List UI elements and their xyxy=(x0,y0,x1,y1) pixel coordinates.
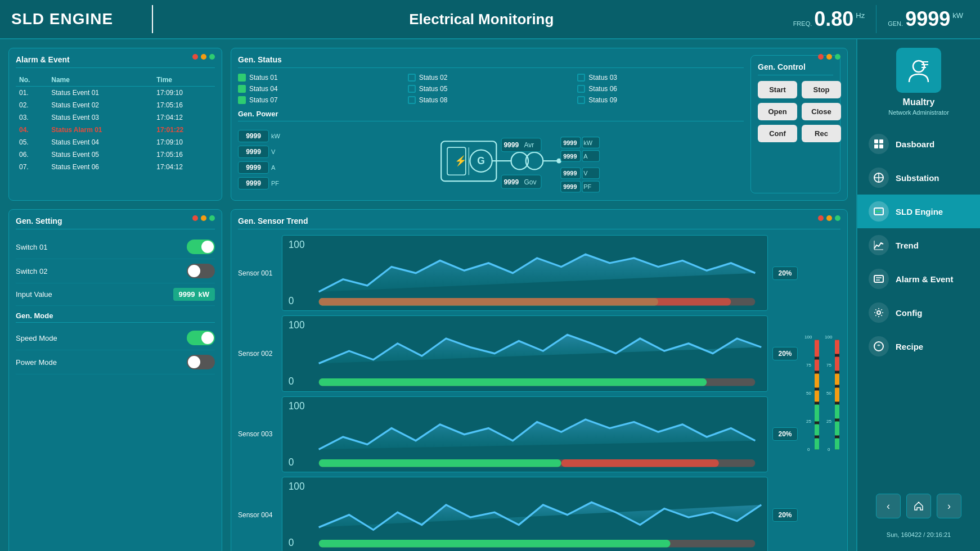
close-button[interactable]: Close xyxy=(802,103,841,120)
vertical-bars: 100 75 50 25 0 xyxy=(803,235,840,551)
svg-text:Avr: Avr xyxy=(524,141,534,149)
status-item: Status 01 xyxy=(238,74,404,82)
power-a: 9999 A xyxy=(238,161,280,174)
switch01-label: Switch 01 xyxy=(16,243,47,251)
power-mode-toggle[interactable] xyxy=(187,355,215,369)
input-value-unit: kW xyxy=(199,290,210,299)
status-item: Status 06 xyxy=(577,85,744,93)
bar-indicator-right-svg: 100 75 50 25 0 xyxy=(824,235,840,551)
gen-status-title: Gen. Status xyxy=(238,55,744,68)
status-led xyxy=(238,96,246,104)
datetime: Sun, 160422 / 20:16:21 xyxy=(882,527,955,543)
sensor-002-row: Sensor 002 100 0 xyxy=(238,315,798,391)
sensor-003-row: Sensor 003 100 0 xyxy=(238,396,798,472)
conf-button[interactable]: Conf xyxy=(758,125,797,142)
col-no: No. xyxy=(16,74,48,87)
svg-rect-72 xyxy=(835,374,839,385)
switch01-toggle[interactable] xyxy=(187,240,215,254)
svg-rect-76 xyxy=(835,439,839,450)
svg-rect-75 xyxy=(835,422,839,436)
gen-value: 9999 xyxy=(905,9,950,29)
svg-text:100: 100 xyxy=(289,481,305,492)
sidebar-item-trend[interactable]: Trend xyxy=(857,228,980,262)
sidebar-item-sld[interactable]: SLD Engine xyxy=(857,195,980,228)
sidebar-label-sld: SLD Engine xyxy=(896,207,943,216)
speed-mode-row: Speed Mode xyxy=(16,326,215,350)
alarm-no: 07. xyxy=(16,161,48,173)
svg-rect-62 xyxy=(815,424,819,436)
user-role: Network Administrator xyxy=(888,109,949,116)
table-row: 02. Status Event 02 17:05:16 xyxy=(16,99,215,111)
gen-label: GEN. xyxy=(888,20,903,27)
gen-diagram: G ⚡ xyxy=(286,126,744,193)
alarm-name: Status Event 04 xyxy=(48,136,153,148)
speed-mode-toggle[interactable] xyxy=(187,331,215,345)
svg-point-90 xyxy=(875,210,878,213)
panel-dots xyxy=(192,54,215,60)
input-value-label: Input Value xyxy=(16,290,52,299)
rec-button[interactable]: Rec xyxy=(802,125,841,142)
stop-button[interactable]: Stop xyxy=(802,81,841,98)
sidebar-item-substation[interactable]: Substation xyxy=(857,161,980,195)
trend-icon xyxy=(869,235,889,255)
sensor-001-percent: 20% xyxy=(772,267,798,280)
sidebar: Mualtry Network Administrator Dasboard xyxy=(856,39,980,551)
start-button[interactable]: Start xyxy=(758,81,797,98)
status-label: Status 07 xyxy=(249,96,278,104)
freq-stat: FREQ. 0.80 Hz xyxy=(793,9,865,29)
table-row: 03. Status Event 03 17:04:12 xyxy=(16,111,215,124)
freq-label: FREQ. xyxy=(793,20,812,27)
sidebar-item-config[interactable]: Config xyxy=(857,296,980,329)
switch02-toggle[interactable] xyxy=(187,264,215,278)
switch02-knob xyxy=(188,265,200,277)
alarm-panel-title: Alarm & Event xyxy=(16,55,215,68)
sidebar-item-recipe[interactable]: Recipe xyxy=(857,329,980,363)
status-label: Status 03 xyxy=(588,74,617,82)
speed-mode-label: Speed Mode xyxy=(16,334,57,342)
dot-orange xyxy=(201,54,206,60)
status-label: Status 05 xyxy=(419,85,448,93)
input-value-row: Input Value 9999 kW xyxy=(16,283,215,306)
home-button[interactable] xyxy=(906,494,931,518)
svg-text:A: A xyxy=(583,153,588,160)
prev-button[interactable]: ‹ xyxy=(876,494,901,518)
dot-orange-3 xyxy=(201,215,206,221)
svg-text:9999: 9999 xyxy=(563,183,577,190)
svg-text:0: 0 xyxy=(289,295,294,306)
svg-rect-61 xyxy=(815,405,819,422)
open-button[interactable]: Open xyxy=(758,103,797,120)
dot-red-2 xyxy=(818,54,824,60)
svg-text:100: 100 xyxy=(804,335,812,340)
next-button[interactable]: › xyxy=(937,494,961,518)
dot-orange-4 xyxy=(826,215,832,221)
alarm-no: 04. xyxy=(16,124,48,136)
svg-text:9999: 9999 xyxy=(563,153,577,160)
alarm-name: Status Event 05 xyxy=(48,148,153,161)
sidebar-item-dashboard[interactable]: Dasboard xyxy=(857,127,980,161)
status-led xyxy=(238,74,246,82)
dot-green-2 xyxy=(835,54,840,60)
sidebar-item-alarm[interactable]: Alarm & Event xyxy=(857,262,980,296)
svg-text:G: G xyxy=(477,155,485,166)
alarm-name: Status Event 01 xyxy=(48,87,153,100)
switch01-row: Switch 01 xyxy=(16,235,215,259)
svg-rect-84 xyxy=(879,144,883,148)
svg-rect-71 xyxy=(835,357,839,371)
switch02-row: Switch 02 xyxy=(16,259,215,283)
panel-dots-4 xyxy=(818,215,840,221)
table-row: 01. Status Event 01 17:09:10 xyxy=(16,87,215,100)
svg-rect-70 xyxy=(835,340,839,354)
table-row: 05. Status Event 04 17:09:10 xyxy=(16,136,215,148)
alarm-time: 17:05:16 xyxy=(153,99,215,111)
freq-unit: Hz xyxy=(856,11,865,20)
svg-rect-63 xyxy=(815,439,819,450)
user-name: Mualtry xyxy=(903,97,935,107)
speed-mode-knob xyxy=(201,332,214,344)
recipe-icon xyxy=(869,336,889,356)
alarm-name: Status Event 06 xyxy=(48,161,153,173)
status-label: Status 04 xyxy=(249,85,278,93)
power-mode-label: Power Mode xyxy=(16,358,57,367)
status-led xyxy=(577,96,585,104)
input-value-box[interactable]: 9999 kW xyxy=(173,288,215,301)
power-v-val: 9999 xyxy=(238,146,269,158)
